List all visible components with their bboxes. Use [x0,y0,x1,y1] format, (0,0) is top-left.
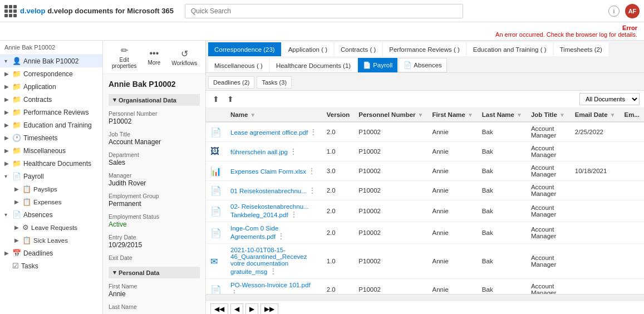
avatar: AF [625,4,640,18]
doc-type-icon: 📄 [210,127,222,137]
section-personal-label: Personal Data [119,269,159,276]
edit-properties-button[interactable]: ✏ Edit properties [109,44,140,70]
sidebar-item-leave-requests[interactable]: ▶ ⚙ Leave Requests [10,221,102,234]
doc-more-icon[interactable]: ⋮ [308,166,316,175]
sidebar-item-miscellaneous[interactable]: ▶ 📁 Miscellaneous [0,144,102,157]
pagination-last-button[interactable]: ▶▶ [260,303,278,314]
sidebar-item-expenses[interactable]: ▶ 📋 Expenses [10,195,102,208]
doc-more-icon[interactable]: ⋮ [308,186,316,195]
folder-icon: 📁 [12,108,21,116]
doc-firstname-cell: Annie [427,200,477,222]
filter-jobtitle-icon[interactable]: ▼ [559,112,565,118]
doc-name-link[interactable]: Expenses Claim Form.xlsx [230,168,306,175]
doc-more-icon[interactable]: ⋮ [277,232,285,241]
sidebar-item-contracts[interactable]: ▶ 📁 Contracts [0,93,102,106]
filter-name-icon[interactable]: ▼ [250,112,255,118]
search-input[interactable] [185,4,463,18]
doc-type-icon-cell: 📊 [206,161,226,181]
sidebar-item-annie-bak[interactable]: ▾ 👤 Annie Bak P10002 [0,55,102,67]
field-personnel-number: Personnel Number P10002 [109,110,200,125]
tab-miscellaneous[interactable]: Miscellaneous ( ) [208,58,269,72]
error-bar: Error An error occurred. Check the brows… [0,22,644,41]
section-personal-header[interactable]: ▾ Personal Data [109,267,200,278]
th-email-date: Email Date ▼ [571,108,620,122]
sidebar-item-payslips[interactable]: ▶ 📋 Payslips [10,183,102,195]
sidebar-item-label: Education and Training [23,121,98,129]
doc-more-icon[interactable]: ⋮ [289,147,297,156]
doc-name-link[interactable]: Lease agreement office.pdf [230,129,308,136]
document-icon: 📋 [22,236,31,244]
doc-name-cell: führerschein aall.jpg ⋮ [226,142,322,161]
table-expand-button[interactable]: ⬆ [225,94,236,105]
tab-healthcare[interactable]: Healthcare Documents (1) [270,58,357,72]
doc-name-link[interactable]: 01 Reisekostenabrechnu... [230,188,307,194]
info-icon[interactable]: i [608,6,620,17]
doc-version-cell: 2.0 [322,279,355,295]
search-bar[interactable] [185,4,463,18]
sidebar-item-application[interactable]: ▶ 📁 Application [0,80,102,93]
pagination-prev-button[interactable]: ◀ [230,303,243,314]
sidebar-item-deadlines[interactable]: ▶ 📅 Deadlines [0,247,102,259]
tab-education-training[interactable]: Education and Training ( ) [467,42,553,56]
more-button[interactable]: ••• More [144,47,164,67]
horizontal-scrollbar[interactable] [206,294,644,301]
field-entry-date-value: 10/29/2015 [109,241,200,249]
expand-icon: ▶ [14,199,20,205]
filter-lastname-icon[interactable]: ▼ [517,112,522,118]
doc-more-icon[interactable]: ⋮ [290,210,298,219]
field-entry-date: Entry Date 10/29/2015 [109,234,200,249]
section-organisational-header[interactable]: ▾ Organisational Data [109,94,200,106]
main-layout: Annie Bak P10002 ▾ 👤 Annie Bak P10002 ▶ … [0,41,644,314]
sidebar-item-sick-leaves[interactable]: ▶ 📋 Sick Leaves [10,234,102,247]
expand-icon: ▶ [4,96,10,102]
expand-icon: ▶ [14,224,20,230]
tab-payroll[interactable]: 📄 Payroll [358,58,397,72]
tab-timesheets[interactable]: Timesheets (2) [554,42,608,56]
sidebar-item-healthcare[interactable]: ▶ 📁 Healthcare Documents [0,157,102,170]
detail-title: Annie Bak P10002 [109,80,200,89]
table-row: 🖼 führerschein aall.jpg ⋮ 1.0 P10002 Ann… [206,142,644,161]
sidebar-item-correspondence[interactable]: ▶ 📁 Correspondence [0,67,102,80]
filter-personnel-icon[interactable]: ▼ [418,112,424,118]
folder-icon: 📁 [12,95,21,104]
tab-application[interactable]: Application ( ) [282,42,333,56]
tab-absences[interactable]: 📄 Absences [399,58,447,72]
sidebar-item-education-training[interactable]: ▶ 📁 Education and Training [0,119,102,131]
field-employment-status: Employment Status Active [109,213,200,228]
tab-contracts[interactable]: Contracts ( ) [335,42,382,56]
workflows-icon: ↺ [181,48,188,59]
filter-select[interactable]: All Documents My Documents [579,93,640,105]
main-tabs: Correspondence (23) Application ( ) Cont… [206,41,644,73]
sidebar-item-performance-reviews[interactable]: ▶ 📁 Performance Reviews [0,106,102,119]
doc-name-link[interactable]: Inge-Com 0 Side Agreements.pdf [230,225,278,240]
tab-performance-reviews[interactable]: Performance Reviews ( ) [383,42,466,56]
workflows-button[interactable]: ↺ Workflows [168,47,200,67]
doc-more-icon[interactable]: ⋮ [230,288,238,294]
pagination-first-button[interactable]: ◀◀ [210,303,228,314]
doc-name-link[interactable]: PO-Wesson-Invoice 101.pdf [230,282,311,288]
doc-type-icon: 📄 [210,207,222,216]
tab-deadlines[interactable]: Deadlines (2) [208,76,254,89]
workflows-label: Workflows [171,60,197,66]
sidebar-item-absences[interactable]: ▾ 📄 Absences [0,208,102,221]
document-icon: 📄 [404,61,411,69]
pagination-next-button[interactable]: ▶ [245,303,258,314]
sidebar-item-timesheets[interactable]: ▶ 🕐 Timesheets [0,131,102,144]
doc-type-icon: 📄 [210,228,222,238]
error-title: Error [622,24,637,31]
table-row: 📄 PO-Wesson-Invoice 101.pdf ⋮ 2.0 P10002… [206,279,644,295]
filter-emaildate-icon[interactable]: ▼ [610,112,616,118]
field-first-name: First Name Annie [109,283,200,298]
sidebar-item-tasks[interactable]: ☑ Tasks [0,259,102,272]
doc-more-icon[interactable]: ⋮ [309,127,317,136]
tab-tasks[interactable]: Tasks (3) [257,76,292,89]
doc-jobtitle-cell: Account Manager [527,279,571,295]
doc-name-link[interactable]: führerschein aall.jpg [230,149,288,155]
edit-icon: ✏ [121,45,128,56]
document-icon: 📋 [22,185,31,193]
tab-correspondence[interactable]: Correspondence (23) [208,42,281,56]
sidebar-item-payroll[interactable]: ▾ 📄 Payroll [0,170,102,183]
table-upload-button[interactable]: ⬆ [210,94,222,105]
doc-more-icon[interactable]: ⋮ [269,267,277,276]
filter-firstname-icon[interactable]: ▼ [468,112,473,118]
